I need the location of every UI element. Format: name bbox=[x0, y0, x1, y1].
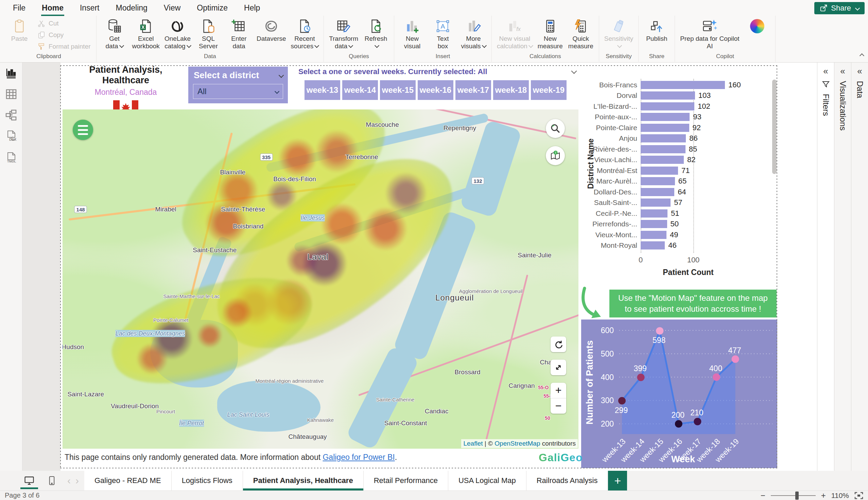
bar-row[interactable]: L'Ile-Bizard-...102 bbox=[581, 101, 777, 112]
page-tab[interactable]: Retail Performance bbox=[364, 471, 448, 490]
bar-row[interactable]: Sault-Saint-...57 bbox=[581, 197, 777, 208]
menu-file[interactable]: File bbox=[5, 1, 34, 15]
district-dropdown[interactable]: All bbox=[193, 84, 283, 99]
chevron-down-icon[interactable] bbox=[279, 73, 284, 78]
quick-measure-button[interactable]: Quickmeasure bbox=[566, 16, 596, 52]
dataverse-button[interactable]: Dataverse bbox=[254, 16, 288, 44]
bar[interactable] bbox=[641, 145, 685, 153]
menu-view[interactable]: View bbox=[156, 1, 189, 15]
zoom-slider-thumb[interactable] bbox=[795, 491, 799, 500]
bar[interactable] bbox=[641, 102, 694, 111]
bar-row[interactable]: Vieux-Mont...49 bbox=[581, 229, 777, 240]
format-painter-button[interactable]: Format painter bbox=[35, 41, 93, 52]
bar[interactable] bbox=[641, 209, 667, 217]
paste-button[interactable]: Paste bbox=[4, 16, 35, 44]
galigeo-link[interactable]: Galigeo for Power BI bbox=[322, 453, 395, 462]
model-view-button[interactable] bbox=[0, 105, 22, 126]
bar-row[interactable]: Rivière-des-...85 bbox=[581, 144, 777, 155]
tmdl-view-button[interactable]: TMDL bbox=[0, 147, 22, 168]
zoom-in-button[interactable]: + bbox=[821, 491, 826, 500]
excel-workbook-button[interactable]: X Excelworkbook bbox=[130, 16, 162, 52]
district-bar-chart[interactable]: District Name Bois-Francs160Dorval103L'I… bbox=[581, 78, 777, 289]
enter-data-button[interactable]: Enterdata bbox=[224, 16, 254, 52]
menu-modeling[interactable]: Modeling bbox=[108, 1, 156, 15]
bar-row[interactable]: Cecil-P.-Ne...51 bbox=[581, 208, 777, 219]
bar[interactable] bbox=[641, 124, 689, 132]
bar-row[interactable]: Montréal-Est71 bbox=[581, 165, 777, 176]
bar-row[interactable]: Mont-Royal46 bbox=[581, 240, 777, 251]
bar[interactable] bbox=[641, 113, 689, 121]
bar[interactable] bbox=[641, 134, 686, 143]
bar-row[interactable]: Pointe-Claire92 bbox=[581, 122, 777, 133]
new-visual-button[interactable]: Newvisual bbox=[397, 16, 427, 52]
week-button[interactable]: week-16 bbox=[418, 80, 453, 100]
bar[interactable] bbox=[641, 177, 675, 185]
recent-sources-button[interactable]: Recentsources bbox=[288, 16, 321, 52]
bar[interactable] bbox=[641, 91, 695, 100]
week-button[interactable]: week-17 bbox=[455, 80, 491, 100]
bar-row[interactable]: Pointe-aux-...93 bbox=[581, 112, 777, 123]
map-menu-button[interactable] bbox=[73, 120, 93, 140]
new-measure-button[interactable]: Newmeasure bbox=[535, 16, 566, 52]
page-tab[interactable]: Logistics Flows bbox=[172, 471, 243, 490]
bar[interactable] bbox=[641, 231, 666, 239]
copilot-button[interactable] bbox=[742, 16, 773, 44]
page-tab[interactable]: Galigeo - READ ME bbox=[84, 471, 172, 490]
map-visual[interactable]: MascoucheRepentignyTerrebonneBlainvilleB… bbox=[62, 110, 579, 449]
bar[interactable] bbox=[641, 188, 674, 196]
menu-insert[interactable]: Insert bbox=[72, 1, 108, 15]
week-button[interactable]: week-13 bbox=[305, 80, 340, 100]
refresh-button[interactable]: Refresh bbox=[361, 16, 391, 52]
fit-to-page-button[interactable] bbox=[854, 492, 863, 499]
collapse-ribbon-button[interactable] bbox=[858, 54, 863, 58]
map-refresh-button[interactable] bbox=[551, 337, 566, 352]
menu-help[interactable]: Help bbox=[236, 1, 268, 15]
add-page-button[interactable]: + bbox=[608, 471, 627, 490]
week-button[interactable]: week-18 bbox=[493, 80, 529, 100]
expand-data-icon[interactable]: « bbox=[857, 67, 862, 76]
week-button[interactable]: week-14 bbox=[342, 80, 378, 100]
map-search-button[interactable] bbox=[546, 119, 565, 138]
week-button[interactable]: week-19 bbox=[531, 80, 567, 100]
bar-row[interactable]: Marc-Aurèl...65 bbox=[581, 176, 777, 187]
sql-server-button[interactable]: SQLServer bbox=[193, 16, 224, 52]
bar[interactable] bbox=[641, 198, 671, 207]
report-view-button[interactable] bbox=[0, 62, 22, 83]
zoom-slider[interactable] bbox=[771, 495, 816, 496]
cut-button[interactable]: Cut bbox=[35, 18, 93, 29]
text-box-button[interactable]: A Textbox bbox=[427, 16, 458, 52]
sensitivity-button[interactable]: Sensitivity bbox=[602, 16, 636, 52]
map-expand-button[interactable] bbox=[551, 360, 566, 375]
filters-panel[interactable]: « Filters bbox=[817, 62, 834, 471]
expand-visualizations-icon[interactable]: « bbox=[840, 67, 845, 76]
table-view-button[interactable] bbox=[0, 83, 22, 105]
week-button[interactable]: week-15 bbox=[380, 80, 416, 100]
bar-row[interactable]: Dorval103 bbox=[581, 90, 777, 101]
visualizations-panel[interactable]: « Visualizations bbox=[834, 62, 851, 471]
menu-optimize[interactable]: Optimize bbox=[189, 1, 236, 15]
desktop-view-button[interactable] bbox=[22, 471, 36, 490]
copy-button[interactable]: Copy bbox=[35, 29, 93, 41]
zoom-out-button[interactable]: − bbox=[761, 491, 765, 500]
bar-row[interactable]: Bois-Francs160 bbox=[581, 80, 777, 90]
publish-button[interactable]: Publish bbox=[641, 16, 672, 44]
get-data-button[interactable]: Getdata bbox=[99, 16, 130, 52]
bar[interactable] bbox=[641, 167, 678, 175]
week-slicer-collapse[interactable] bbox=[570, 69, 576, 76]
bar-chart-scrollbar[interactable] bbox=[772, 80, 777, 174]
page-tab[interactable]: Railroads Analysis bbox=[526, 471, 608, 490]
mobile-view-button[interactable] bbox=[45, 471, 58, 490]
data-panel[interactable]: « Data bbox=[851, 62, 868, 471]
page-tab[interactable]: USA Logical Map bbox=[448, 471, 526, 490]
leaflet-link[interactable]: Leaflet bbox=[463, 440, 483, 447]
expand-filters-icon[interactable]: « bbox=[823, 67, 828, 76]
bar[interactable] bbox=[641, 241, 665, 250]
bar-row[interactable]: Dollard-Des...64 bbox=[581, 186, 777, 197]
more-visuals-button[interactable]: Morevisuals bbox=[458, 16, 489, 52]
bar[interactable] bbox=[641, 220, 667, 228]
bar[interactable] bbox=[641, 81, 725, 89]
bar-row[interactable]: Vieux-Lachi...82 bbox=[581, 155, 777, 166]
map-zoom-out-button[interactable]: − bbox=[551, 398, 566, 414]
transform-data-button[interactable]: Transformdata bbox=[327, 16, 361, 52]
bar-row[interactable]: Anjou86 bbox=[581, 133, 777, 144]
